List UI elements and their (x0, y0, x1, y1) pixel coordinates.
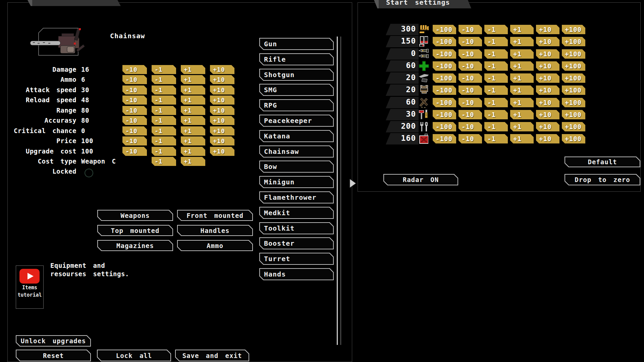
stat-step-button-plus1[interactable]: +1 (181, 157, 205, 166)
category-button-top-mounted[interactable]: Top mounted (97, 225, 173, 236)
weapon-list-scrollbar[interactable] (337, 37, 338, 345)
resource-step-button-minus10[interactable]: -10 (459, 122, 482, 131)
weapon-item-smg[interactable]: SMG (259, 84, 334, 96)
lock-all-button[interactable]: Lock all (97, 350, 171, 361)
weapon-item-katana[interactable]: Katana (259, 130, 334, 142)
stat-step-button-minus1[interactable]: -1 (152, 116, 176, 125)
resource-step-button-plus10[interactable]: +10 (536, 37, 559, 46)
stat-step-button-minus10[interactable]: -10 (122, 126, 147, 135)
resource-step-button-plus1[interactable]: +1 (510, 98, 534, 107)
unlock-upgrades-button[interactable]: Unlock upgrades (16, 335, 91, 347)
weapon-item-minigun[interactable]: Minigun (259, 176, 334, 188)
stat-step-button-minus10[interactable]: -10 (122, 147, 147, 156)
resource-step-button-minus10[interactable]: -10 (459, 110, 482, 119)
stat-step-button-minus1[interactable]: -1 (152, 65, 176, 74)
resource-step-button-minus100[interactable]: -100 (433, 110, 456, 119)
resource-step-button-minus10[interactable]: -10 (459, 37, 482, 46)
resource-step-button-plus100[interactable]: +100 (562, 122, 585, 131)
stat-step-button-minus1[interactable]: -1 (152, 106, 176, 115)
resource-step-button-minus1[interactable]: -1 (484, 134, 508, 143)
weapon-item-booster[interactable]: Booster (259, 237, 334, 249)
category-button-weapons[interactable]: Weapons (97, 210, 173, 221)
resource-step-button-plus1[interactable]: +1 (510, 61, 534, 71)
resource-step-button-minus100[interactable]: -100 (433, 25, 456, 34)
stat-step-button-plus10[interactable]: +10 (210, 85, 234, 95)
item-editor-tab[interactable] (28, 0, 121, 6)
resource-step-button-plus10[interactable]: +10 (536, 61, 559, 71)
stat-step-button-plus10[interactable]: +10 (210, 116, 234, 125)
resource-step-button-plus1[interactable]: +1 (510, 37, 534, 46)
resource-step-button-plus1[interactable]: +1 (510, 122, 534, 131)
category-button-magazines[interactable]: Magazines (97, 240, 173, 251)
weapon-item-shotgun[interactable]: Shotgun (259, 69, 334, 81)
resource-step-button-minus100[interactable]: -100 (433, 122, 456, 131)
resource-step-button-minus10[interactable]: -10 (459, 134, 482, 143)
weapon-item-rpg[interactable]: RPG (259, 99, 334, 111)
stat-step-button-minus10[interactable]: -10 (122, 85, 147, 95)
stat-step-button-minus1[interactable]: -1 (152, 85, 176, 95)
weapon-item-rifle[interactable]: Rifle (259, 53, 334, 65)
resource-step-button-minus1[interactable]: -1 (484, 73, 508, 83)
weapon-item-toolkit[interactable]: Toolkit (259, 222, 334, 234)
stat-step-button-plus10[interactable]: +10 (210, 65, 234, 74)
resource-step-button-plus1[interactable]: +1 (510, 49, 534, 59)
resource-step-button-minus1[interactable]: -1 (484, 25, 508, 34)
resource-step-button-plus10[interactable]: +10 (536, 98, 559, 107)
resource-step-button-plus1[interactable]: +1 (510, 85, 534, 95)
stat-step-button-plus10[interactable]: +10 (210, 106, 234, 115)
resource-step-button-plus100[interactable]: +100 (562, 110, 585, 119)
stat-step-button-plus1[interactable]: +1 (181, 147, 205, 156)
resource-step-button-minus1[interactable]: -1 (484, 37, 508, 46)
resource-step-button-plus1[interactable]: +1 (510, 25, 534, 34)
resource-step-button-plus100[interactable]: +100 (562, 37, 585, 46)
resource-step-button-minus1[interactable]: -1 (484, 110, 508, 119)
resource-step-button-plus100[interactable]: +100 (562, 61, 585, 71)
resource-step-button-plus10[interactable]: +10 (536, 49, 559, 59)
category-button-handles[interactable]: Handles (177, 225, 253, 236)
stat-step-button-minus1[interactable]: -1 (152, 126, 176, 135)
stat-step-button-plus10[interactable]: +10 (210, 75, 234, 84)
resource-step-button-minus100[interactable]: -100 (433, 49, 456, 59)
resource-step-button-minus100[interactable]: -100 (433, 37, 456, 46)
stat-step-button-minus1[interactable]: -1 (152, 136, 176, 145)
weapon-item-bow[interactable]: Bow (259, 161, 334, 173)
resource-step-button-plus10[interactable]: +10 (536, 110, 559, 119)
resource-step-button-minus1[interactable]: -1 (484, 98, 508, 107)
resource-step-button-plus10[interactable]: +10 (536, 85, 559, 95)
weapon-item-peacekeeper[interactable]: Peacekeeper (259, 115, 334, 127)
stat-step-button-plus1[interactable]: +1 (181, 85, 205, 95)
resource-step-button-minus100[interactable]: -100 (433, 85, 456, 95)
save-and-exit-button[interactable]: Save and exit (175, 350, 249, 361)
stat-step-button-plus1[interactable]: +1 (181, 65, 205, 74)
stat-step-button-minus10[interactable]: -10 (122, 96, 147, 105)
stat-step-button-plus10[interactable]: +10 (210, 147, 234, 156)
stat-step-button-plus10[interactable]: +10 (210, 126, 234, 135)
resource-step-button-minus100[interactable]: -100 (433, 73, 456, 83)
resource-step-button-minus10[interactable]: -10 (459, 98, 482, 107)
start-settings-tab[interactable]: Start settings (374, 0, 471, 8)
resource-step-button-plus10[interactable]: +10 (536, 25, 559, 34)
stat-step-button-plus1[interactable]: +1 (181, 116, 205, 125)
resource-step-button-plus100[interactable]: +100 (562, 98, 585, 107)
resource-step-button-minus100[interactable]: -100 (433, 134, 456, 143)
resource-step-button-plus10[interactable]: +10 (536, 73, 559, 83)
stat-step-button-minus10[interactable]: -10 (122, 116, 147, 125)
resource-step-button-plus100[interactable]: +100 (562, 25, 585, 34)
resource-step-button-plus100[interactable]: +100 (562, 49, 585, 59)
resource-step-button-minus10[interactable]: -10 (459, 73, 482, 83)
resource-step-button-minus100[interactable]: -100 (433, 61, 456, 71)
stat-step-button-plus1[interactable]: +1 (181, 126, 205, 135)
weapon-list-scrollbar-track[interactable] (340, 37, 341, 345)
resource-step-button-plus100[interactable]: +100 (562, 85, 585, 95)
category-button-front-mounted[interactable]: Front mounted (177, 210, 253, 221)
weapon-item-medkit[interactable]: Medkit (259, 207, 334, 219)
resource-step-button-minus10[interactable]: -10 (459, 85, 482, 95)
weapon-item-turret[interactable]: Turret (259, 253, 334, 265)
drop-to-zero-button[interactable]: Drop to zero (565, 174, 640, 185)
resource-step-button-minus1[interactable]: -1 (484, 61, 508, 71)
resource-step-button-minus10[interactable]: -10 (459, 49, 482, 59)
resource-step-button-minus100[interactable]: -100 (433, 98, 456, 107)
radar-toggle-button[interactable]: Radar ON (383, 174, 458, 185)
stat-step-button-minus1[interactable]: -1 (152, 157, 176, 166)
items-tutorial-button[interactable]: Items tutorial (16, 265, 44, 309)
